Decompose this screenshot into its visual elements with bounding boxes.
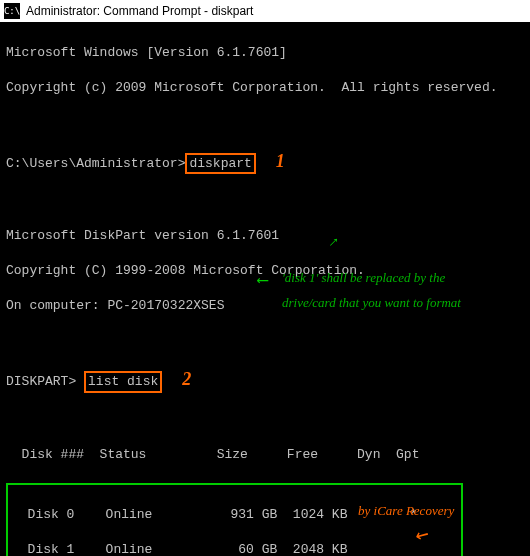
window-title: Administrator: Command Prompt - diskpart (26, 4, 253, 18)
prompt-line: DISKPART> list disk2 (6, 367, 524, 393)
step-number-1: 1 (276, 151, 285, 171)
header-line: Microsoft Windows [Version 6.1.7601] (6, 44, 524, 62)
table-header: Disk ### Status Size Free Dyn Gpt (6, 446, 524, 464)
cmd-list-disk: list disk (84, 371, 162, 393)
prompt-line: C:\Users\Administrator>diskpart1 (6, 149, 524, 175)
table-row: Disk 1 Online 60 GB 2048 KB (12, 541, 457, 556)
cmd-diskpart: diskpart (185, 153, 255, 175)
prompt-path: C:\Users\Administrator> (6, 156, 185, 171)
annotation-note: drive/card that you want to format (282, 294, 461, 312)
step-number-2: 2 (182, 369, 191, 389)
credit-text: by iCare Recovery (358, 502, 454, 520)
window-titlebar: C:\ Administrator: Command Prompt - disk… (0, 0, 530, 22)
terminal-output: Microsoft Windows [Version 6.1.7601] Cop… (0, 22, 530, 556)
cmd-icon: C:\ (4, 3, 20, 19)
green-arrow-icon: ⟵ (258, 271, 268, 293)
header-line: Copyright (c) 2009 Microsoft Corporation… (6, 79, 524, 97)
annotation-note: 'disk 1' shall be replaced by the (282, 269, 445, 287)
diskpart-prompt: DISKPART> (6, 374, 76, 389)
diskpart-header: Microsoft DiskPart version 6.1.7601 (6, 227, 524, 245)
